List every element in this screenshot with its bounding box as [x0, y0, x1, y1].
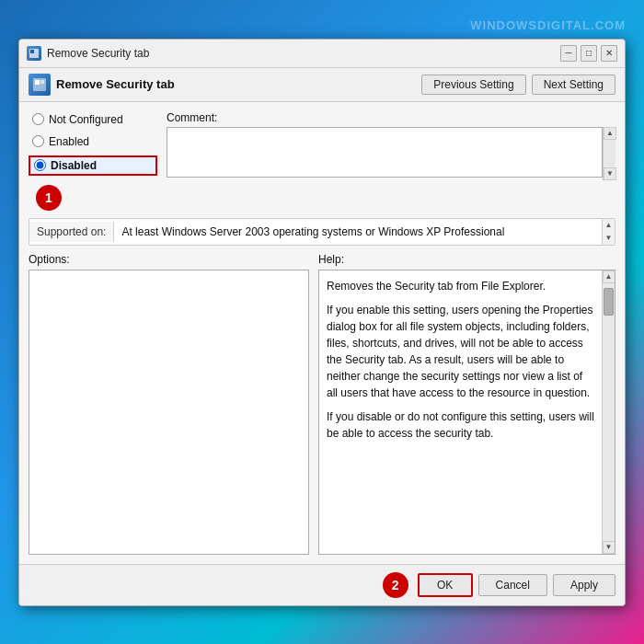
dialog-footer: 2 OK Cancel Apply	[19, 564, 625, 605]
minimize-button[interactable]: ─	[560, 45, 577, 62]
disabled-label: Disabled	[51, 159, 97, 172]
help-scroll-up[interactable]: ▲	[603, 270, 615, 283]
help-line3: If you disable or do not configure this …	[327, 408, 596, 442]
supported-scroll-up[interactable]: ▲	[603, 219, 615, 232]
help-panel: Removes the Security tab from File Explo…	[318, 270, 615, 555]
maximize-button[interactable]: □	[581, 45, 597, 62]
svg-rect-3	[35, 80, 40, 85]
next-setting-button[interactable]: Next Setting	[532, 75, 615, 95]
help-label: Help:	[318, 253, 615, 266]
apply-button[interactable]: Apply	[553, 574, 615, 596]
comment-wrap: ▲ ▼	[167, 127, 615, 180]
options-panel	[29, 270, 309, 555]
close-button[interactable]: ✕	[601, 45, 617, 62]
comment-scroll-up[interactable]: ▲	[604, 127, 616, 140]
comment-textarea[interactable]	[167, 127, 603, 178]
main-dialog: Remove Security tab ─ □ ✕ Remove Securit…	[18, 39, 626, 606]
supported-value: At least Windows Server 2003 operating s…	[114, 222, 602, 242]
options-label: Options:	[29, 253, 309, 266]
help-scroll-down[interactable]: ▼	[603, 541, 615, 554]
disabled-radio[interactable]	[34, 159, 46, 171]
options-help-section: Removes the Security tab from File Explo…	[29, 270, 615, 555]
svg-rect-4	[40, 80, 44, 84]
help-scroll-thumb	[604, 288, 614, 316]
help-scrollbar: ▲ ▼	[602, 270, 615, 554]
policy-header: Remove Security tab Previous Setting Nex…	[19, 68, 625, 102]
disabled-option[interactable]: Disabled	[29, 155, 157, 176]
nav-buttons: Previous Setting Next Setting	[421, 75, 615, 95]
badge-2: 2	[383, 572, 408, 598]
comment-scrollbar: ▲ ▼	[603, 127, 615, 180]
supported-scroll-down[interactable]: ▼	[603, 232, 615, 245]
titlebar-controls: ─ □ ✕	[560, 45, 617, 62]
titlebar-left: Remove Security tab	[27, 46, 149, 61]
not-configured-label: Not Configured	[49, 113, 123, 126]
comment-section: Comment: ▲ ▼	[167, 111, 615, 211]
help-text: Removes the Security tab from File Explo…	[319, 270, 615, 554]
enabled-radio[interactable]	[32, 135, 44, 147]
comment-scroll-down[interactable]: ▼	[604, 167, 616, 180]
comment-label: Comment:	[167, 111, 615, 124]
enabled-option[interactable]: Enabled	[29, 133, 157, 150]
dialog-icon	[27, 46, 41, 61]
not-configured-radio[interactable]	[32, 113, 44, 125]
options-help-labels: Options: Help:	[29, 253, 615, 266]
svg-rect-1	[30, 50, 34, 53]
radio-options: Not Configured Enabled Disabled 1	[29, 111, 157, 211]
prev-setting-button[interactable]: Previous Setting	[421, 75, 525, 95]
dialog-title: Remove Security tab	[47, 47, 149, 60]
policy-header-left: Remove Security tab	[29, 74, 175, 96]
policy-title: Remove Security tab	[56, 77, 175, 91]
not-configured-option[interactable]: Not Configured	[29, 111, 157, 128]
dialog-body: Not Configured Enabled Disabled 1 Commen…	[19, 102, 625, 564]
help-line1: Removes the Security tab from File Explo…	[327, 278, 596, 294]
ok-button[interactable]: OK	[418, 573, 473, 597]
top-section: Not Configured Enabled Disabled 1 Commen…	[29, 111, 615, 211]
badge-1: 1	[36, 185, 62, 211]
dialog-titlebar: Remove Security tab ─ □ ✕	[19, 40, 625, 68]
cancel-button[interactable]: Cancel	[478, 574, 547, 596]
watermark: WINDOWSDIGITAL.COM	[470, 18, 626, 32]
help-line2: If you enable this setting, users openin…	[327, 302, 596, 401]
supported-label: Supported on:	[29, 222, 114, 242]
policy-icon	[29, 74, 51, 96]
supported-row: Supported on: At least Windows Server 20…	[29, 218, 615, 246]
help-scroll-track	[603, 283, 615, 541]
enabled-label: Enabled	[49, 135, 89, 148]
